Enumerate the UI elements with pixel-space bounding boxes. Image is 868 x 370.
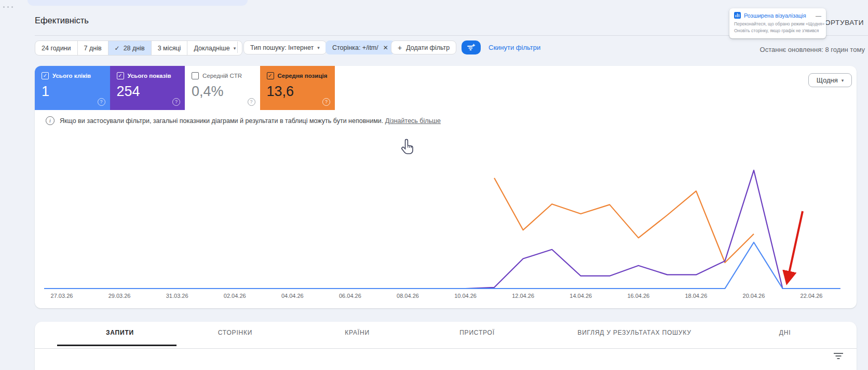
- tooltip-line-2: Оновіть сторінку, якщо графік не з'явивс…: [734, 28, 821, 34]
- reset-filters-link[interactable]: Скинути фільтри: [489, 44, 540, 51]
- search-console-performance-page: Ефективність СПОРТУВАТИ 24 години 7 днів…: [0, 0, 868, 370]
- help-icon[interactable]: ?: [322, 98, 330, 106]
- check-icon: ✓: [115, 45, 120, 52]
- tabs-divider: [35, 348, 857, 349]
- close-icon[interactable]: ✕: [383, 44, 388, 51]
- ai-filter-button[interactable]: [462, 40, 481, 54]
- checkbox-icon[interactable]: [192, 72, 199, 79]
- tab-devices[interactable]: ПРИСТРОЇ: [459, 329, 495, 336]
- help-icon[interactable]: ?: [98, 98, 105, 106]
- page-filter-chip[interactable]: Сторінка: +/itm/✕: [326, 40, 395, 54]
- chevron-down-icon: ▾: [317, 45, 320, 50]
- date-range-group: 24 години 7 днів ✓28 днів 3 місяці Докла…: [35, 40, 242, 56]
- mouse-cursor-icon: [401, 138, 415, 157]
- tab-search-appearance[interactable]: ВИГЛЯД У РЕЗУЛЬТАТАХ ПОШУКУ: [577, 329, 691, 336]
- search-bar-fragment[interactable]: [28, 0, 248, 6]
- active-tab-underline: [57, 345, 177, 346]
- metric-cards: ✓Усього кліків 1 ? ✓Усього показів 254 ?…: [35, 66, 335, 110]
- plus-icon: +: [398, 44, 402, 52]
- metric-card-average-ctr[interactable]: Середній CTR 0,4% ?: [185, 66, 260, 110]
- info-icon: i: [46, 116, 55, 125]
- page-title: Ефективність: [35, 16, 89, 25]
- metric-card-total-clicks[interactable]: ✓Усього кліків 1 ?: [35, 66, 110, 110]
- range-7d[interactable]: 7 днів: [78, 41, 108, 55]
- metric-card-total-impressions[interactable]: ✓Усього показів 254 ?: [110, 66, 185, 110]
- filters-notice: i Якщо ви застосували фільтри, загальні …: [46, 116, 441, 125]
- checkbox-icon[interactable]: ✓: [267, 72, 274, 79]
- range-3m[interactable]: 3 місяці: [152, 41, 188, 55]
- filter-sparkle-icon: [466, 43, 476, 52]
- metric-value: 13,6: [267, 84, 335, 100]
- range-24h[interactable]: 24 години: [35, 41, 78, 55]
- chevron-down-icon: ▾: [842, 78, 844, 83]
- chevron-down-icon: ▾: [234, 46, 236, 51]
- checkbox-icon[interactable]: ✓: [42, 72, 49, 79]
- metric-value: 1: [42, 84, 110, 100]
- metric-card-average-position[interactable]: ✓Середня позиція 13,6 ?: [260, 66, 335, 110]
- advanced-visualization-tooltip: Розширена візуалізація — Переконайтеся, …: [729, 8, 826, 38]
- dimensions-tabs-card: ЗАПИТИ СТОРІНКИ КРАЇНИ ПРИСТРОЇ ВИГЛЯД У…: [35, 322, 857, 370]
- tab-queries[interactable]: ЗАПИТИ: [106, 329, 134, 336]
- add-filter-chip[interactable]: +Додати фільтр: [391, 40, 456, 54]
- analytics-icon: [734, 12, 741, 19]
- window-dots: [3, 1, 18, 3]
- tab-dates[interactable]: ДНІ: [779, 329, 791, 336]
- filter-separator: [237, 42, 238, 53]
- tab-countries[interactable]: КРАЇНИ: [345, 329, 370, 336]
- tab-pages[interactable]: СТОРІНКИ: [218, 329, 252, 336]
- granularity-dropdown[interactable]: Щодня▾: [808, 73, 852, 87]
- learn-more-link[interactable]: Дізнайтесь більше: [385, 117, 441, 125]
- tooltip-title[interactable]: Розширена візуалізація: [744, 12, 813, 19]
- last-update-text: Останнє оновлення: 8 годин тому: [760, 46, 865, 53]
- checkbox-icon[interactable]: ✓: [117, 72, 124, 79]
- minimize-icon[interactable]: —: [816, 12, 821, 19]
- table-filter-icon[interactable]: [833, 353, 844, 360]
- search-type-chip[interactable]: Тип пошуку: Інтернет▾: [243, 40, 327, 54]
- help-icon[interactable]: ?: [248, 98, 255, 106]
- tooltip-line-1: Переконайтеся, що обрано режим «Щодня»: [734, 21, 821, 28]
- metric-value: 254: [117, 84, 185, 100]
- help-icon[interactable]: ?: [172, 98, 180, 106]
- range-28d[interactable]: ✓28 днів: [108, 41, 152, 55]
- range-more[interactable]: Докладніше▾: [187, 41, 242, 55]
- metric-value: 0,4%: [192, 84, 260, 100]
